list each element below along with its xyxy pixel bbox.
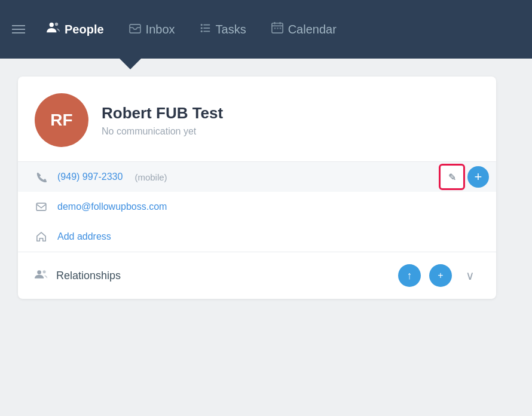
add-relationship-button[interactable]: + — [429, 264, 452, 287]
edit-phone-button[interactable]: ✎ — [441, 166, 463, 188]
phone-number[interactable]: (949) 997-2330 — [57, 172, 123, 182]
inbox-nav-icon — [129, 22, 141, 37]
svg-rect-13 — [274, 27, 276, 29]
svg-point-17 — [37, 270, 41, 274]
add-address-link[interactable]: Add address — [57, 231, 111, 242]
svg-point-0 — [50, 23, 54, 27]
svg-point-1 — [55, 23, 58, 26]
add-phone-button[interactable]: + — [467, 166, 489, 188]
svg-point-8 — [200, 30, 202, 32]
contact-name: Robert FUB Test — [102, 104, 223, 123]
phone-row-actions: ✎ + — [439, 164, 489, 190]
svg-rect-2 — [130, 25, 140, 33]
calendar-nav-label: Calendar — [288, 23, 337, 36]
hamburger-menu[interactable] — [12, 25, 25, 33]
phone-icon — [35, 172, 48, 182]
calendar-nav-icon — [271, 22, 283, 37]
relationship-link-icon: ↑ — [407, 270, 412, 282]
plus-icon: + — [475, 169, 482, 185]
contact-card: RF Robert FUB Test No communication yet … — [18, 77, 496, 299]
avatar-initials: RF — [50, 111, 72, 130]
inbox-nav-label: Inbox — [146, 23, 175, 36]
relationship-link-button[interactable]: ↑ — [398, 264, 421, 287]
svg-rect-16 — [36, 203, 46, 210]
svg-rect-15 — [279, 27, 281, 29]
nav-item-inbox[interactable]: Inbox — [120, 17, 185, 42]
phone-row: (949) 997-2330 (mobile) ✎ + — [18, 162, 496, 192]
nav-item-people[interactable]: People — [37, 17, 114, 42]
pencil-icon: ✎ — [448, 172, 456, 183]
svg-point-6 — [200, 24, 202, 26]
contact-status: No communication yet — [102, 126, 223, 137]
phone-type: (mobile) — [134, 172, 167, 182]
home-icon — [35, 231, 48, 242]
chevron-down-icon: ∨ — [466, 268, 475, 283]
people-nav-label: People — [65, 23, 104, 36]
address-row: Add address — [18, 222, 496, 252]
relationships-section: Relationships ↑ + ∨ — [18, 252, 496, 299]
add-relationship-icon: + — [438, 270, 443, 281]
nav-item-tasks[interactable]: Tasks — [191, 17, 256, 42]
relationships-icon — [35, 269, 48, 283]
nav-active-arrow — [120, 59, 141, 69]
svg-point-7 — [200, 27, 202, 29]
tasks-nav-label: Tasks — [216, 23, 246, 36]
people-nav-icon — [47, 22, 60, 37]
avatar: RF — [35, 93, 88, 147]
tasks-nav-icon — [200, 22, 211, 37]
contact-details: (949) 997-2330 (mobile) ✎ + — [18, 162, 496, 252]
svg-point-18 — [43, 270, 46, 273]
profile-section: RF Robert FUB Test No communication yet — [18, 77, 496, 162]
edit-btn-highlight: ✎ — [439, 164, 465, 190]
email-address[interactable]: demo@followupboss.com — [57, 201, 167, 212]
relationships-label: Relationships — [56, 270, 390, 282]
main-content: RF Robert FUB Test No communication yet … — [0, 59, 532, 299]
top-navigation: People Inbox Tasks — [0, 0, 532, 59]
relationships-collapse-button[interactable]: ∨ — [460, 266, 479, 285]
email-icon — [35, 203, 48, 211]
nav-item-calendar[interactable]: Calendar — [262, 17, 346, 42]
svg-rect-14 — [277, 27, 279, 29]
email-row: demo@followupboss.com — [18, 192, 496, 222]
profile-info: Robert FUB Test No communication yet — [102, 104, 223, 137]
